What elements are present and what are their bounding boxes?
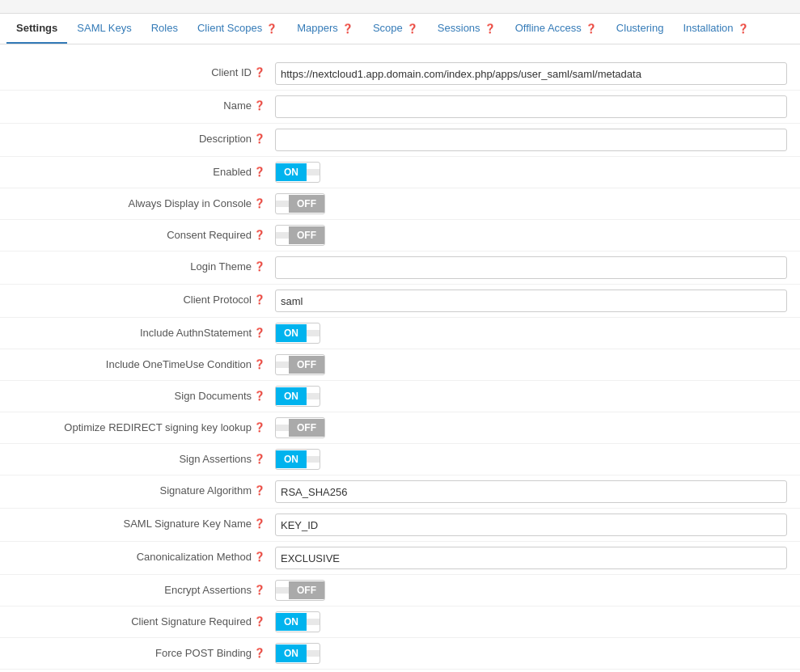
help-icon-tab-scope[interactable]: ❓: [404, 23, 418, 33]
form-row-signature-algorithm: Signature Algorithm ❓: [0, 475, 800, 509]
help-icon-always-display-in-console[interactable]: ❓: [254, 198, 265, 209]
label-login-theme: Login Theme ❓: [0, 256, 275, 273]
help-icon-description[interactable]: ❓: [254, 133, 265, 144]
help-icon-encrypt-assertions[interactable]: ❓: [254, 585, 265, 595]
help-icon-tab-offline-access[interactable]: ❓: [583, 23, 597, 33]
toggle-on-label-consent-required[interactable]: [276, 232, 289, 239]
toggle-consent-required[interactable]: OFF: [275, 225, 325, 246]
form-row-name: Name ❓: [0, 91, 800, 124]
toggle-on-label-optimize-redirect-signing[interactable]: [276, 425, 289, 431]
tab-offline-access[interactable]: Offline Access ❓: [506, 14, 607, 44]
toggle-off-label-enabled[interactable]: [307, 169, 320, 175]
input-login-theme[interactable]: [275, 256, 787, 279]
toggle-force-post-binding[interactable]: ON: [275, 643, 320, 664]
form-row-client-id: Client ID ❓: [0, 57, 800, 91]
help-icon-client-protocol[interactable]: ❓: [254, 294, 265, 305]
control-wrap-include-one-time-use-condition: OFF: [275, 354, 800, 375]
toggle-off-label-sign-documents[interactable]: [307, 393, 320, 399]
form-row-sign-assertions: Sign Assertions ❓ON: [0, 444, 800, 475]
label-text-always-display-in-console: Always Display in Console: [129, 197, 252, 209]
tab-client-scopes[interactable]: Client Scopes ❓: [188, 14, 287, 44]
tab-saml-keys[interactable]: SAML Keys: [67, 14, 141, 44]
toggle-on-sign-assertions[interactable]: ON: [276, 450, 307, 468]
help-icon-consent-required[interactable]: ❓: [254, 230, 265, 240]
help-icon-name[interactable]: ❓: [254, 100, 265, 111]
toggle-include-one-time-use-condition[interactable]: OFF: [275, 354, 325, 375]
form-row-login-theme: Login Theme ❓: [0, 251, 800, 285]
toggle-sign-assertions[interactable]: ON: [275, 449, 320, 470]
toggle-client-signature-required[interactable]: ON: [275, 611, 320, 632]
help-icon-enabled[interactable]: ❓: [254, 167, 265, 177]
tab-scope[interactable]: Scope ❓: [363, 14, 428, 44]
label-text-saml-signature-key-name: SAML Signature Key Name: [124, 518, 252, 530]
help-icon-signature-algorithm[interactable]: ❓: [254, 485, 265, 496]
toggle-on-client-signature-required[interactable]: ON: [276, 613, 307, 631]
toggle-enabled[interactable]: ON: [275, 162, 320, 183]
toggle-always-display-in-console[interactable]: OFF: [275, 193, 325, 214]
toggle-on-label-always-display-in-console[interactable]: [276, 201, 289, 207]
help-icon-force-post-binding[interactable]: ❓: [254, 648, 265, 658]
tab-settings[interactable]: Settings: [6, 14, 67, 44]
toggle-on-label-encrypt-assertions[interactable]: [276, 587, 289, 594]
tab-roles[interactable]: Roles: [142, 14, 188, 44]
toggle-include-authn-statement[interactable]: ON: [275, 323, 320, 344]
control-wrap-description: [275, 129, 800, 151]
help-icon-saml-signature-key-name[interactable]: ❓: [254, 518, 265, 529]
label-enabled: Enabled ❓: [0, 162, 275, 178]
toggle-on-include-authn-statement[interactable]: ON: [276, 324, 307, 342]
toggle-optimize-redirect-signing[interactable]: OFF: [275, 417, 325, 438]
help-icon-client-id[interactable]: ❓: [254, 67, 265, 78]
label-force-post-binding: Force POST Binding ❓: [0, 643, 275, 659]
label-text-client-id: Client ID: [211, 66, 252, 78]
toggle-off-always-display-in-console[interactable]: OFF: [289, 195, 324, 213]
help-icon-include-authn-statement[interactable]: ❓: [254, 328, 265, 338]
help-icon-tab-sessions[interactable]: ❓: [482, 23, 496, 33]
label-sign-documents: Sign Documents ❓: [0, 386, 275, 402]
toggle-off-consent-required[interactable]: OFF: [289, 226, 324, 244]
input-saml-signature-key-name[interactable]: [275, 514, 787, 536]
help-icon-sign-assertions[interactable]: ❓: [254, 454, 265, 464]
label-include-authn-statement: Include AuthnStatement ❓: [0, 323, 275, 339]
control-wrap-canonicalization-method: [275, 547, 800, 569]
help-icon-canonicalization-method[interactable]: ❓: [254, 552, 265, 562]
help-icon-optimize-redirect-signing[interactable]: ❓: [254, 422, 265, 433]
toggle-on-force-post-binding[interactable]: ON: [276, 645, 307, 662]
help-icon-tab-mappers[interactable]: ❓: [340, 23, 353, 33]
input-signature-algorithm[interactable]: [275, 480, 787, 503]
help-icon-sign-documents[interactable]: ❓: [254, 391, 265, 401]
tab-sessions[interactable]: Sessions ❓: [428, 14, 506, 44]
help-icon-tab-installation[interactable]: ❓: [735, 23, 749, 33]
form-row-include-authn-statement: Include AuthnStatement ❓ON: [0, 318, 800, 349]
input-client-protocol[interactable]: [275, 290, 787, 312]
label-saml-signature-key-name: SAML Signature Key Name ❓: [0, 514, 275, 530]
toggle-on-label-include-one-time-use-condition[interactable]: [276, 361, 289, 368]
toggle-sign-documents[interactable]: ON: [275, 386, 320, 407]
label-text-canonicalization-method: Canonicalization Method: [137, 551, 252, 563]
tab-installation[interactable]: Installation ❓: [673, 14, 758, 44]
input-description[interactable]: [275, 129, 787, 151]
input-canonicalization-method[interactable]: [275, 547, 787, 569]
help-icon-login-theme[interactable]: ❓: [254, 261, 265, 272]
control-wrap-client-signature-required: ON: [275, 611, 800, 632]
help-icon-client-signature-required[interactable]: ❓: [254, 616, 265, 627]
tab-mappers[interactable]: Mappers ❓: [287, 14, 363, 44]
toggle-on-sign-documents[interactable]: ON: [276, 387, 307, 405]
input-name[interactable]: [275, 95, 787, 118]
label-text-name: Name: [223, 99, 252, 112]
help-icon-tab-client-scopes[interactable]: ❓: [264, 23, 277, 33]
tab-clustering[interactable]: Clustering: [607, 14, 674, 44]
toggle-off-label-client-signature-required[interactable]: [307, 619, 320, 625]
toggle-on-enabled[interactable]: ON: [276, 163, 307, 181]
toggle-off-label-sign-assertions[interactable]: [307, 456, 320, 463]
settings-content: Client ID ❓Name ❓Description ❓Enabled ❓O…: [0, 44, 800, 672]
toggle-off-optimize-redirect-signing[interactable]: OFF: [289, 419, 324, 437]
help-icon-include-one-time-use-condition[interactable]: ❓: [254, 359, 265, 370]
toggle-off-label-force-post-binding[interactable]: [307, 650, 320, 657]
toggle-off-encrypt-assertions[interactable]: OFF: [289, 581, 324, 599]
toggle-off-include-one-time-use-condition[interactable]: OFF: [289, 356, 324, 374]
label-text-sign-assertions: Sign Assertions: [179, 453, 252, 465]
input-client-id[interactable]: [275, 62, 787, 85]
toggle-encrypt-assertions[interactable]: OFF: [275, 580, 325, 601]
toggle-off-label-include-authn-statement[interactable]: [307, 330, 320, 336]
label-text-enabled: Enabled: [213, 166, 252, 178]
